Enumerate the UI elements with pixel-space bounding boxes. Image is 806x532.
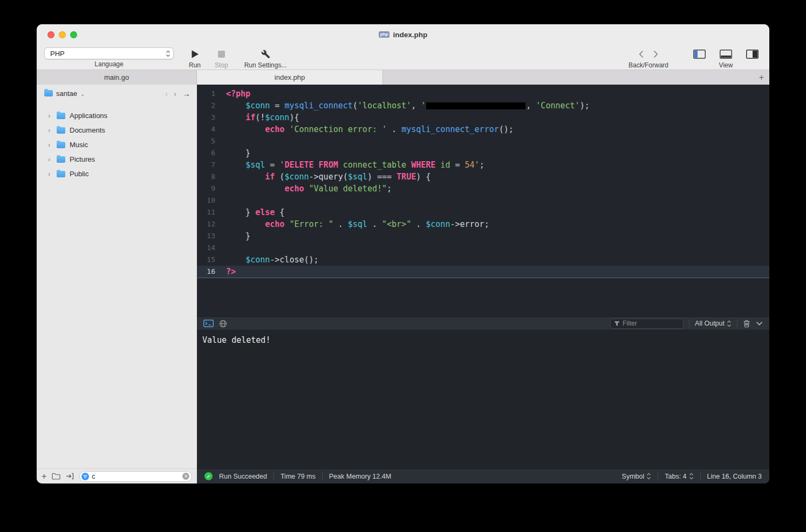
tab-label: main.go xyxy=(104,73,129,81)
new-folder-button[interactable] xyxy=(52,473,60,480)
code-line-7[interactable]: 7 $sql = 'DELETE FROM connect_table WHER… xyxy=(197,159,769,171)
code-line-text: } else { xyxy=(223,206,284,218)
disclosure-chevron-icon[interactable]: › xyxy=(48,112,52,120)
code-line-3[interactable]: 3 if(!$conn){ xyxy=(197,112,769,123)
code-line-14[interactable]: 14 xyxy=(197,242,769,254)
sidebar-item-documents[interactable]: ›Documents xyxy=(37,123,197,137)
line-number: 5 xyxy=(197,135,223,147)
caret-down-icon[interactable]: ⌄ xyxy=(80,91,85,97)
disclosure-chevron-icon[interactable]: › xyxy=(48,141,52,149)
code-line-text: $conn->close(); xyxy=(223,254,319,266)
console-output-text: Value deleted! xyxy=(202,335,270,345)
console-filter-field[interactable] xyxy=(610,319,684,329)
code-line-text xyxy=(223,195,226,206)
minimize-button[interactable] xyxy=(59,31,66,38)
line-number: 6 xyxy=(197,147,223,159)
symbol-select[interactable]: Symbol xyxy=(622,473,652,480)
tabs-select[interactable]: Tabs: 4 xyxy=(665,473,693,480)
traffic-lights xyxy=(47,24,77,45)
go-arrow-icon[interactable]: → xyxy=(182,89,190,98)
code-line-13[interactable]: 13 } xyxy=(197,230,769,242)
sidebar-search-field[interactable]: ✕ xyxy=(79,471,192,482)
divider xyxy=(737,320,737,327)
language-select[interactable]: PHP xyxy=(44,47,174,59)
toggle-inspector-button[interactable] xyxy=(746,50,759,59)
history-back-icon[interactable]: ‹ xyxy=(165,89,168,98)
code-line-8[interactable]: 8 if ($conn->query($sql) === TRUE) { xyxy=(197,171,769,183)
line-number: 2 xyxy=(197,100,223,112)
back-button[interactable] xyxy=(639,50,644,58)
output-filter-value: All Output xyxy=(695,320,725,327)
console-filter-input[interactable] xyxy=(623,320,680,327)
code-line-9[interactable]: 9 echo "Value deleted!"; xyxy=(197,183,769,195)
cursor-position: Line 16, Column 3 xyxy=(707,473,762,480)
collapse-console-button[interactable] xyxy=(756,321,763,326)
disclosure-chevron-icon[interactable]: › xyxy=(48,126,52,134)
line-number: 3 xyxy=(197,112,223,123)
toggle-console-button[interactable] xyxy=(720,50,732,59)
tab-index-php[interactable]: index.php xyxy=(197,70,383,85)
folder-icon xyxy=(57,171,65,177)
code-line-15[interactable]: 15 $conn->close(); xyxy=(197,254,769,266)
window-title-group: php index.php xyxy=(379,31,427,39)
sidebar-item-public[interactable]: ›Public xyxy=(37,167,197,181)
code-line-10[interactable]: 10 xyxy=(197,195,769,206)
close-button[interactable] xyxy=(47,31,54,38)
code-line-text: echo 'Connection error: ' . mysqli_conne… xyxy=(223,123,514,135)
line-number: 1 xyxy=(197,88,223,100)
sidebar-search-input[interactable] xyxy=(92,473,180,480)
stop-button[interactable] xyxy=(218,47,225,60)
code-line-4[interactable]: 4 echo 'Connection error: ' . mysqli_con… xyxy=(197,123,769,135)
filter-funnel-icon xyxy=(614,321,620,327)
zoom-button[interactable] xyxy=(70,31,77,38)
sidebar: santae ⌄ ‹ › → ›Applications›Documents›M… xyxy=(37,85,197,483)
sidebar-panel-icon xyxy=(693,50,706,59)
line-number: 7 xyxy=(197,159,223,171)
sidebar-item-pictures[interactable]: ›Pictures xyxy=(37,152,197,167)
stepper-icon xyxy=(166,50,170,57)
console-tab-button[interactable] xyxy=(203,320,214,327)
run-settings-button[interactable] xyxy=(261,47,270,60)
code-line-16[interactable]: 16?> xyxy=(197,266,769,278)
code-line-11[interactable]: 11 } else { xyxy=(197,206,769,218)
language-group: PHP Language xyxy=(44,47,174,68)
output-filter-select[interactable]: All Output xyxy=(695,320,732,327)
line-number: 12 xyxy=(197,218,223,230)
toggle-sidebar-button[interactable] xyxy=(693,50,706,59)
code-line-text: $sql = 'DELETE FROM connect_table WHERE … xyxy=(223,159,484,171)
line-number: 10 xyxy=(197,195,223,206)
new-folder-icon xyxy=(52,473,60,480)
run-label: Run xyxy=(189,61,201,69)
sidebar-item-music[interactable]: ›Music xyxy=(37,137,197,152)
code-editor[interactable]: 1<?php2 $conn = mysqli_connect('localhos… xyxy=(197,85,769,316)
disclosure-chevron-icon[interactable]: › xyxy=(48,155,52,163)
console-output: Value deleted! xyxy=(197,330,769,468)
tab-main-go[interactable]: main.go xyxy=(37,70,197,85)
folder-icon xyxy=(57,156,65,163)
forward-button[interactable] xyxy=(653,50,658,58)
titlebar: php index.php xyxy=(37,24,769,45)
divider xyxy=(658,473,658,480)
add-tab-button[interactable]: + xyxy=(759,70,764,85)
run-button[interactable] xyxy=(191,47,199,60)
clear-console-button[interactable] xyxy=(743,320,750,328)
sidebar-item-applications[interactable]: ›Applications xyxy=(37,108,197,123)
clear-search-button[interactable]: ✕ xyxy=(182,473,189,480)
code-line-6[interactable]: 6 } xyxy=(197,147,769,159)
run-settings-label: Run Settings... xyxy=(244,61,287,69)
code-line-5[interactable]: 5 xyxy=(197,135,769,147)
trash-icon xyxy=(743,320,750,328)
sidebar-header[interactable]: santae ⌄ ‹ › → xyxy=(37,85,197,102)
sidebar-root-label: santae xyxy=(56,89,77,98)
add-file-button[interactable]: + xyxy=(42,472,46,481)
history-forward-icon[interactable]: › xyxy=(174,89,176,98)
disclosure-chevron-icon[interactable]: › xyxy=(48,170,52,178)
reveal-button[interactable] xyxy=(66,473,74,480)
console-panel-icon xyxy=(720,50,732,59)
code-line-12[interactable]: 12 echo "Error: " . $sql . "<br>" . $con… xyxy=(197,218,769,230)
sidebar-bottom-bar: + ✕ xyxy=(37,468,197,483)
run-icon xyxy=(191,50,199,59)
web-tab-button[interactable] xyxy=(219,320,227,328)
code-line-1[interactable]: 1<?php xyxy=(197,88,769,100)
code-line-2[interactable]: 2 $conn = mysqli_connect('localhost', ',… xyxy=(197,100,769,112)
